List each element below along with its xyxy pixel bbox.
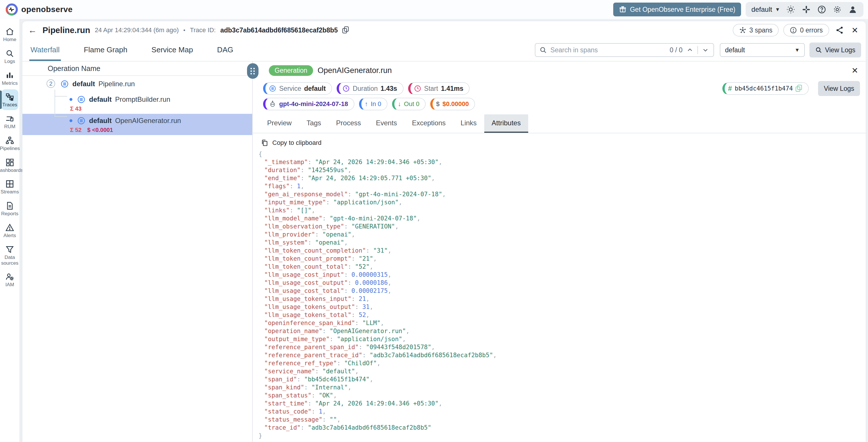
json-line: "span_id": "bb45dc4615f1b474", bbox=[258, 375, 866, 383]
span-row-pipeline-run[interactable]: 2 default Pipeline.run bbox=[22, 78, 252, 90]
json-line: "llm_usage_cost_total": 0.00002175, bbox=[258, 287, 866, 295]
json-line: "llm_token_count_prompt": "21", bbox=[258, 255, 866, 263]
copy-to-clipboard-button[interactable]: Copy to clipboard bbox=[253, 134, 866, 149]
next-match-chevron-icon[interactable] bbox=[702, 46, 709, 54]
profile-icon[interactable] bbox=[848, 5, 858, 14]
back-arrow-icon[interactable]: ← bbox=[27, 25, 38, 35]
tab-dag[interactable]: DAG bbox=[216, 39, 235, 61]
copy-span-id-icon[interactable] bbox=[796, 85, 803, 92]
tab-preview[interactable]: Preview bbox=[260, 114, 299, 133]
span-view-logs-button[interactable]: View Logs bbox=[818, 81, 860, 96]
span-block-openaigenerator-selected[interactable]: default OpenAIGenerator.run Σ 52 $ <0.00… bbox=[22, 114, 252, 135]
sidebar-item-data-sources[interactable]: Data sources bbox=[1, 242, 19, 268]
copy-trace-id-icon[interactable] bbox=[342, 26, 349, 34]
duration-chip: Duration 1.43s bbox=[337, 82, 404, 95]
json-line: "llm_usage_tokens_output": 31, bbox=[258, 303, 866, 311]
slack-icon[interactable] bbox=[801, 5, 811, 14]
sidebar-item-pipelines[interactable]: Pipelines bbox=[1, 133, 19, 154]
theme-toggle-icon[interactable] bbox=[786, 5, 796, 14]
tab-flame-graph[interactable]: Flame Graph bbox=[83, 39, 129, 61]
tab-attributes[interactable]: Attributes bbox=[484, 114, 528, 133]
prev-match-chevron-icon[interactable] bbox=[686, 46, 694, 54]
pane-resize-handle[interactable] bbox=[247, 63, 258, 79]
tab-links[interactable]: Links bbox=[453, 114, 484, 133]
json-line: } bbox=[258, 432, 866, 440]
document-icon bbox=[5, 201, 14, 210]
waterfall-left-pane: Operation Name 2 default Pipeline.run bbox=[22, 61, 253, 442]
org-selector[interactable]: default ▼ bbox=[751, 5, 780, 13]
tokens-out-chip: ↓ Out 0 bbox=[392, 98, 426, 110]
tab-tags[interactable]: Tags bbox=[299, 114, 329, 133]
arrow-down-icon: ↓ bbox=[398, 100, 401, 108]
json-line: "status_message": "", bbox=[258, 416, 866, 423]
tab-events[interactable]: Events bbox=[369, 114, 404, 133]
service-icon bbox=[77, 95, 86, 104]
span-search-input[interactable] bbox=[550, 46, 666, 54]
span-meta-row-2: gpt-4o-mini-2024-07-18 ↑ In 0 ↓ Out 0 $ bbox=[253, 98, 866, 112]
view-logs-button[interactable]: View Logs bbox=[809, 42, 861, 57]
user-gear-icon bbox=[5, 272, 14, 282]
search-match-counter: 0 / 0 bbox=[670, 46, 683, 54]
span-search-box: 0 / 0 bbox=[535, 43, 714, 57]
json-line: "reference_parent_trace_id": "adb3c7ab61… bbox=[258, 351, 866, 359]
sidebar-item-home[interactable]: Home bbox=[1, 24, 19, 45]
span-tree: 2 default Pipeline.run default PromptBui… bbox=[22, 76, 252, 135]
json-line: "end_time": "Apr 24, 2026 14:29:05.771 +… bbox=[258, 174, 866, 182]
sidebar-item-streams[interactable]: Streams bbox=[1, 176, 19, 197]
sidebar-item-alerts[interactable]: Alerts bbox=[1, 220, 19, 241]
separator-dot: • bbox=[183, 27, 185, 34]
start-chip: Start 1.41ms bbox=[408, 82, 470, 95]
json-line: { bbox=[258, 150, 866, 158]
settings-gear-icon[interactable] bbox=[832, 5, 842, 14]
json-line: "span_status": "OK", bbox=[258, 391, 866, 400]
active-indicator bbox=[0, 91, 2, 109]
sidebar-item-reports[interactable]: Reports bbox=[1, 198, 19, 219]
copy-icon bbox=[261, 139, 268, 147]
sidebar-item-dashboards[interactable]: Dashboards bbox=[1, 155, 19, 176]
span-block-promptbuilder[interactable]: default PromptBuilder.run Σ 43 bbox=[22, 94, 252, 112]
json-line: "llm_usage_cost_input": 0.00000315, bbox=[258, 271, 866, 279]
close-trace-icon[interactable]: ✕ bbox=[850, 26, 860, 35]
collapse-count-badge[interactable]: 2 bbox=[46, 79, 55, 88]
sidebar-item-traces[interactable]: Traces bbox=[1, 89, 19, 110]
token-count: Σ 43 bbox=[70, 106, 82, 112]
spans-icon bbox=[739, 26, 746, 34]
stream-selector[interactable]: default ▼ bbox=[720, 43, 805, 57]
json-line: "llm_system": "openai", bbox=[258, 238, 866, 246]
devices-icon bbox=[5, 114, 14, 123]
sidebar-item-iam[interactable]: IAM bbox=[1, 269, 19, 290]
traces-icon bbox=[5, 92, 14, 101]
tab-waterfall[interactable]: Waterfall bbox=[29, 39, 61, 61]
help-icon[interactable] bbox=[817, 5, 827, 14]
json-line: "output_mime_type": "application/json", bbox=[258, 335, 866, 343]
warning-triangle-icon bbox=[5, 223, 14, 232]
span-id-value: bb45dc4615f1b474 bbox=[735, 85, 793, 92]
json-line: "llm_observation_type": "GENERATION", bbox=[258, 223, 866, 231]
sidebar-nav: Home Logs Metrics Traces RUM Pipelines D… bbox=[0, 19, 20, 442]
tab-exceptions[interactable]: Exceptions bbox=[404, 114, 453, 133]
header-controls: default ▼ bbox=[746, 2, 863, 17]
span-meta-row-1: Service default Duration 1.43s Start 1.4… bbox=[253, 79, 866, 98]
tab-service-map[interactable]: Service Map bbox=[150, 39, 194, 61]
share-icon[interactable] bbox=[834, 26, 845, 34]
sidebar-item-rum[interactable]: RUM bbox=[1, 111, 19, 132]
sidebar-item-logs[interactable]: Logs bbox=[1, 46, 19, 67]
model-chip: gpt-4o-mini-2024-07-18 bbox=[263, 98, 354, 110]
sidebar-item-metrics[interactable]: Metrics bbox=[1, 68, 19, 89]
dollar-icon: $ bbox=[436, 100, 439, 108]
token-count: Σ 52 bbox=[70, 127, 82, 134]
json-line: "input_mime_type": "application/json", bbox=[258, 198, 866, 206]
clock-icon bbox=[342, 85, 350, 92]
json-line: "llm_provider": "openai", bbox=[258, 231, 866, 238]
service-icon bbox=[269, 85, 276, 92]
json-line: "gen_ai_response_model": "gpt-4o-mini-20… bbox=[258, 190, 866, 198]
app-root: openobserve Get OpenObserve Enterprise (… bbox=[0, 0, 868, 442]
enterprise-button[interactable]: Get OpenObserve Enterprise (Free) bbox=[613, 3, 741, 17]
close-span-detail-icon[interactable]: ✕ bbox=[850, 66, 860, 75]
json-line: "span_kind": "Internal", bbox=[258, 383, 866, 391]
generation-badge: Generation bbox=[269, 65, 313, 76]
json-line: "start_time": "Apr 24, 2026 14:29:04.346… bbox=[258, 400, 866, 408]
json-line: "flags": 1, bbox=[258, 182, 866, 190]
tab-process[interactable]: Process bbox=[329, 114, 369, 133]
trace-id-value: adb3c7ab614adbd6f685618ecaf2b8b5 bbox=[220, 26, 338, 34]
